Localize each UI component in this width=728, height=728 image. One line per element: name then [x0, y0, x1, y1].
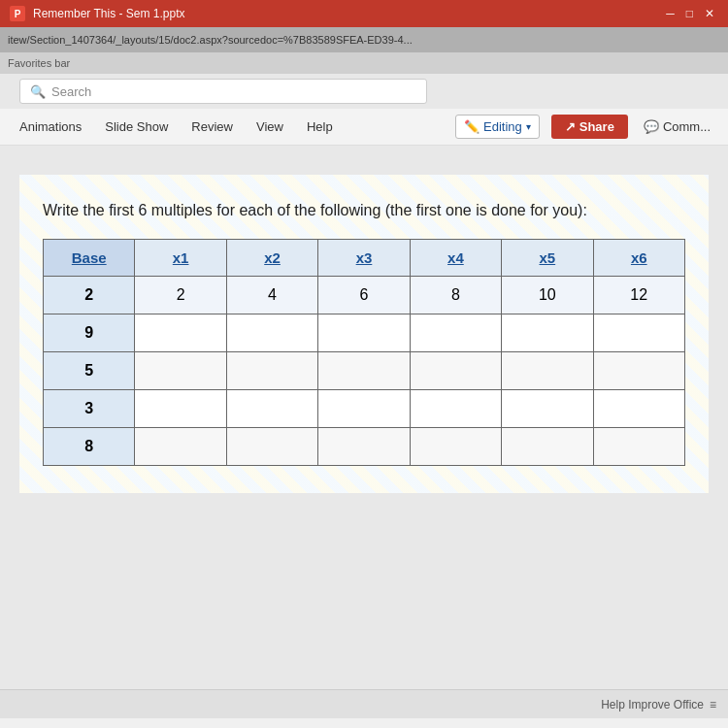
chevron-down-icon: ▾ [526, 121, 531, 132]
tab-help[interactable]: Help [297, 114, 343, 140]
slide-area: Write the first 6 multiples for each of … [19, 175, 709, 493]
base-cell: 2 [44, 277, 135, 314]
title-bar: P Remember This - Sem 1.pptx ─ □ ✕ [0, 0, 728, 27]
search-placeholder: Search [51, 84, 91, 99]
col-header-x5: x5 [502, 240, 593, 277]
pencil-icon: ✏️ [464, 119, 480, 134]
value-cell [318, 390, 410, 428]
value-cell [593, 390, 684, 428]
col-header-x2: x2 [226, 240, 317, 277]
value-cell [226, 390, 317, 428]
address-bar[interactable]: itew/Section_1407364/_layouts/15/doc2.as… [0, 27, 728, 52]
window-title: Remember This - Sem 1.pptx [33, 7, 185, 20]
help-text: Help Improve Office [601, 698, 704, 711]
value-cell [226, 352, 317, 390]
value-cell [226, 314, 317, 352]
bottom-bar: Help Improve Office ≡ [0, 689, 728, 718]
value-cell: 6 [318, 277, 410, 314]
window-controls: ─ □ ✕ [662, 7, 718, 20]
maximize-button[interactable]: □ [686, 7, 693, 20]
col-header-base: Base [44, 240, 135, 277]
address-text: itew/Section_1407364/_layouts/15/doc2.as… [8, 34, 413, 46]
table-row: 3 [44, 390, 685, 428]
base-cell: 3 [44, 390, 135, 428]
value-cell: 10 [502, 277, 593, 314]
multiples-table: Base x1 x2 x3 x4 x5 [43, 239, 685, 466]
value-cell [410, 390, 501, 428]
share-button[interactable]: ↗ Share [551, 115, 628, 139]
value-cell [318, 352, 410, 390]
base-cell: 9 [44, 314, 135, 352]
value-cell [410, 352, 501, 390]
table-header-row: Base x1 x2 x3 x4 x5 [44, 240, 685, 277]
minimize-button[interactable]: ─ [666, 7, 675, 20]
favorites-text: Favorites bar [8, 57, 70, 69]
main-content: Write the first 6 multiples for each of … [0, 146, 728, 689]
value-cell: 12 [593, 277, 684, 314]
tab-slideshow[interactable]: Slide Show [95, 114, 178, 140]
value-cell [135, 428, 226, 466]
col-header-x1: x1 [135, 240, 226, 277]
value-cell: 8 [410, 277, 501, 314]
bookmarks-bar: Favorites bar [0, 52, 728, 74]
comment-label: Comm... [663, 119, 711, 134]
instruction-text: Write the first 6 multiples for each of … [43, 202, 685, 219]
tab-animations[interactable]: Animations [10, 114, 91, 140]
value-cell: 2 [135, 277, 226, 314]
tab-view[interactable]: View [247, 114, 293, 140]
value-cell [502, 314, 593, 352]
app-icon: P [10, 6, 25, 21]
close-button[interactable]: ✕ [705, 7, 714, 20]
value-cell [135, 352, 226, 390]
search-icon: 🔍 [30, 84, 46, 99]
tab-review[interactable]: Review [182, 114, 243, 140]
search-bar: 🔍 Search [0, 74, 728, 109]
value-cell [502, 428, 593, 466]
value-cell [593, 352, 684, 390]
value-cell [410, 428, 501, 466]
value-cell [318, 314, 410, 352]
editing-label: Editing [483, 119, 522, 134]
share-label: Share [579, 119, 614, 134]
value-cell [502, 352, 593, 390]
value-cell [226, 428, 317, 466]
comment-button[interactable]: 💬 Comm... [636, 116, 718, 138]
value-cell [318, 428, 410, 466]
base-cell: 5 [44, 352, 135, 390]
value-cell [593, 428, 684, 466]
table-row: 8 [44, 428, 685, 466]
base-cell: 8 [44, 428, 135, 466]
search-input[interactable]: 🔍 Search [19, 79, 427, 104]
table-row: 9 [44, 314, 685, 352]
help-icon: ≡ [710, 698, 716, 711]
value-cell [135, 390, 226, 428]
col-header-x4: x4 [410, 240, 501, 277]
value-cell: 4 [226, 277, 317, 314]
share-icon: ↗ [565, 119, 576, 134]
col-header-x3: x3 [318, 240, 410, 277]
ribbon: Animations Slide Show Review View Help ✏… [0, 109, 728, 146]
value-cell [502, 390, 593, 428]
col-header-x6: x6 [593, 240, 684, 277]
value-cell [135, 314, 226, 352]
editing-button[interactable]: ✏️ Editing ▾ [455, 115, 540, 139]
table-row: 224681012 [44, 277, 685, 314]
value-cell [593, 314, 684, 352]
table-row: 5 [44, 352, 685, 390]
comment-icon: 💬 [644, 119, 659, 134]
value-cell [410, 314, 501, 352]
